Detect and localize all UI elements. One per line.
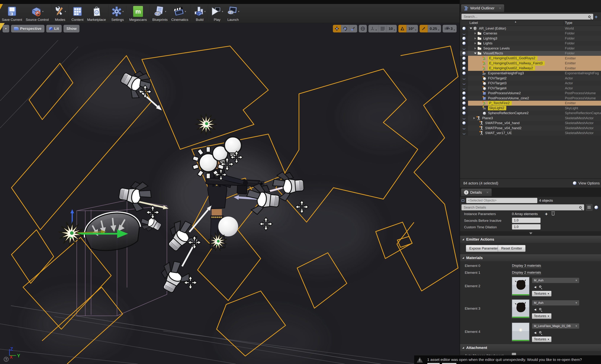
expand-arrow-icon[interactable]: [473, 47, 477, 49]
source-control-button[interactable]: ▾ Source Control: [24, 4, 51, 23]
close-icon[interactable]: ✕: [486, 191, 489, 194]
cancel-button[interactable]: Cancel: [442, 363, 456, 364]
translate-tool-button[interactable]: [333, 25, 341, 32]
visibility-eye-icon[interactable]: [460, 86, 468, 91]
table-row[interactable]: Sequence LevelsFolder: [460, 46, 601, 51]
table-row[interactable]: E_HangingDust01_GodRays2Emitter: [460, 56, 601, 61]
tab-details[interactable]: i Details ✕: [461, 189, 492, 196]
expand-arrow-icon[interactable]: [473, 32, 477, 34]
expand-arrow-icon[interactable]: [472, 117, 476, 119]
details-search[interactable]: [461, 204, 584, 210]
grid-snap-value-button[interactable]: 10▾: [387, 25, 397, 32]
table-row[interactable]: PostProcessVolume2PostProcessVolume: [460, 91, 601, 96]
table-row[interactable]: E_HangingDust02_Hallway2Emitter: [460, 66, 601, 71]
use-selected-icon[interactable]: ◄: [533, 307, 537, 312]
add-element-icon[interactable]: +: [545, 212, 548, 216]
expand-arrow-icon[interactable]: [473, 42, 477, 44]
display-filter-button[interactable]: [586, 204, 592, 211]
custom-time-dilation-field[interactable]: [512, 224, 541, 230]
visibility-eye-icon[interactable]: [460, 41, 468, 46]
expand-arrow-icon[interactable]: [469, 28, 473, 29]
trash-icon[interactable]: [552, 212, 554, 215]
build-button[interactable]: ▾ Build: [192, 4, 207, 23]
section-attachment[interactable]: Attachment: [460, 344, 601, 352]
material-select[interactable]: M_LensFlare_Magic_01_DB▼: [532, 323, 579, 329]
lit-mode-button[interactable]: Lit: [46, 25, 62, 32]
table-row[interactable]: Lighting3Folder: [460, 36, 601, 41]
visibility-eye-icon[interactable]: [460, 115, 468, 121]
table-row[interactable]: SWATPose_v04_hand2SkeletalMeshActor: [460, 125, 601, 131]
chevron-down-icon[interactable]: ▾: [222, 10, 223, 13]
section-emitter-actions[interactable]: Emitter Actions: [460, 236, 601, 243]
table-row[interactable]: AR_Level (Editor)World: [460, 26, 601, 31]
settings-button[interactable]: ▾ Settings: [110, 4, 126, 23]
display-materials-link[interactable]: Display 3 materials: [512, 264, 541, 268]
launch-button[interactable]: ▾ Launch: [225, 4, 241, 23]
reset-emitter-button[interactable]: Reset Emitter: [498, 245, 526, 252]
details-search-input[interactable]: [461, 205, 579, 210]
table-row[interactable]: SkyLight2SkyLight: [460, 106, 601, 111]
blueprints-button[interactable]: ▾ Blueprints: [150, 4, 170, 23]
visibility-eye-icon[interactable]: [460, 81, 468, 86]
save-current-button[interactable]: Save Current: [0, 4, 24, 23]
visibility-eye-icon[interactable]: [460, 111, 468, 116]
table-row[interactable]: FOVTarget3Actor: [460, 81, 601, 86]
close-icon[interactable]: ✕: [499, 7, 501, 10]
view-options-button[interactable]: View Options: [573, 181, 600, 185]
outliner-column-header[interactable]: Label ▲ Type: [460, 20, 601, 26]
use-selected-icon[interactable]: ◄: [533, 285, 537, 289]
details-eye-icon[interactable]: [594, 205, 598, 210]
textures-button[interactable]: Textures▼: [532, 313, 551, 319]
visibility-eye-icon[interactable]: [460, 36, 468, 41]
tab-world-outliner[interactable]: World Outliner ✕: [461, 4, 504, 12]
viewport-options-button[interactable]: ▼: [2, 25, 9, 32]
textures-button[interactable]: Textures▼: [532, 291, 551, 297]
visibility-eye-icon[interactable]: [460, 56, 468, 61]
visibility-eye-icon[interactable]: [460, 91, 468, 96]
view-mode-button[interactable]: Perspective: [11, 25, 44, 32]
expand-arrow-icon[interactable]: [473, 37, 477, 39]
table-row[interactable]: SWAT_ver17_UESkeletalMeshActor: [460, 131, 601, 136]
visibility-eye-icon[interactable]: [460, 46, 468, 51]
seconds-before-inactive-field[interactable]: [512, 218, 541, 223]
outliner-search-input[interactable]: [461, 15, 588, 19]
table-row[interactable]: ExponentialHeightFog3ExponentialHeightFo…: [460, 71, 601, 76]
browse-icon[interactable]: [539, 331, 541, 333]
visibility-eye-icon[interactable]: [460, 106, 468, 111]
table-row[interactable]: CamerasFolder: [460, 31, 601, 36]
display-materials-link[interactable]: Display 2 materials: [512, 270, 541, 275]
marketplace-button[interactable]: u Marketplace: [85, 4, 108, 23]
scale-tool-button[interactable]: [349, 25, 357, 32]
visibility-eye-icon[interactable]: [460, 31, 468, 36]
chevron-down-icon[interactable]: ▾: [122, 10, 124, 13]
selected-objects-dropdown[interactable]: <Selected Objects>: [466, 198, 537, 203]
material-select[interactable]: M_Ash▼: [532, 278, 579, 283]
rotation-snap-value-button[interactable]: 10°▾: [407, 25, 418, 32]
show-button[interactable]: Show: [63, 25, 80, 32]
visibility-eye-icon[interactable]: [460, 51, 468, 56]
expand-arrow-icon[interactable]: [473, 53, 477, 54]
chevron-down-icon[interactable]: ▾: [65, 10, 66, 13]
visibility-eye-icon[interactable]: [460, 131, 468, 136]
expose-parameter-button[interactable]: Expose Parameter: [466, 245, 501, 252]
scale-snap-toggle-button[interactable]: [420, 25, 428, 32]
lock-icon[interactable]: [461, 200, 464, 202]
table-row[interactable]: FOVTarget4Actor: [460, 86, 601, 91]
cinematics-button[interactable]: ▾ Cinematics: [170, 4, 190, 23]
visibility-eye-icon[interactable]: [460, 71, 468, 76]
visibility-eye-icon[interactable]: [460, 101, 468, 106]
visibility-eye-icon[interactable]: [460, 125, 468, 131]
surface-snap-button[interactable]: ▾: [369, 25, 379, 32]
play-button[interactable]: ▾ Play: [209, 4, 225, 23]
material-thumbnail[interactable]: [512, 323, 530, 341]
visibility-eye-icon[interactable]: [460, 66, 468, 71]
column-label[interactable]: Label: [470, 21, 478, 25]
chevron-down-icon[interactable]: ▾: [42, 10, 43, 13]
world-local-toggle-button[interactable]: [359, 25, 367, 32]
open-button[interactable]: Open: [427, 363, 440, 364]
table-row[interactable]: FOVTarget2Actor: [460, 76, 601, 81]
camera-speed-button[interactable]: 3▾: [443, 25, 457, 32]
textures-button[interactable]: Textures▼: [532, 336, 551, 342]
section-materials[interactable]: Materials: [460, 254, 601, 262]
chevron-down-icon[interactable]: ▾: [165, 10, 166, 13]
